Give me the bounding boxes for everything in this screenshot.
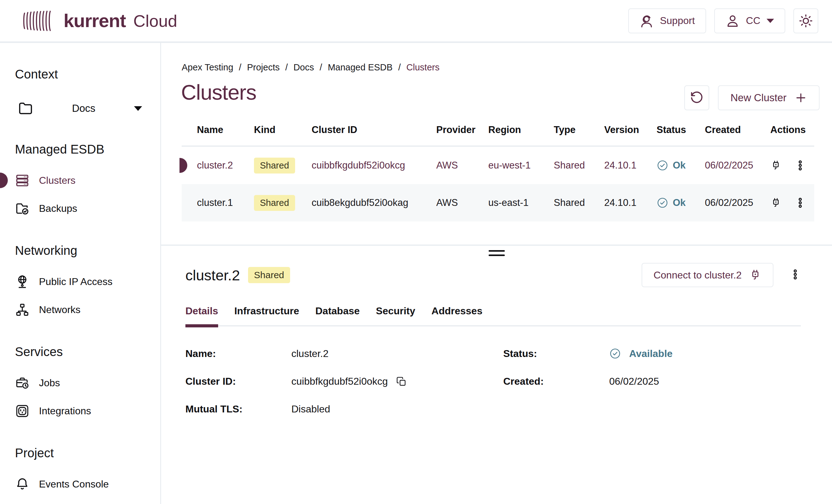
cell-cluster-id: cuibbfkgdubf52i0okcg	[312, 160, 436, 171]
sidebar-item-label: Networks	[39, 304, 80, 316]
detail-kind-badge: Shared	[248, 267, 290, 283]
row-menu-kebab-icon[interactable]	[795, 160, 806, 171]
network-hierarchy-icon	[15, 302, 30, 317]
app-logo[interactable]: kurrentCloud	[17, 10, 177, 32]
check-circle-icon	[656, 197, 669, 209]
new-cluster-button[interactable]: New Cluster	[718, 85, 820, 110]
sun-icon	[798, 14, 813, 28]
tab-security[interactable]: Security	[376, 305, 415, 327]
main-content: Apex Testing / Projects / Docs / Managed…	[161, 43, 832, 504]
theme-toggle-button[interactable]	[794, 8, 818, 33]
sidebar-item-clusters[interactable]: Clusters	[15, 171, 160, 189]
sidebar-item-label: Events Console	[39, 478, 109, 490]
cell-version: 24.10.1	[604, 160, 656, 171]
cell-cluster-id: cuib8ekgdubf52i0okag	[312, 197, 436, 208]
top-bar: kurrentCloud Support CC	[0, 0, 832, 43]
breadcrumb-item[interactable]: Apex Testing	[182, 62, 233, 72]
user-icon	[725, 14, 740, 28]
kind-badge: Shared	[254, 158, 295, 174]
status-text: Ok	[673, 197, 685, 208]
context-selector[interactable]: Docs	[18, 101, 142, 116]
check-circle-icon	[609, 348, 621, 360]
new-cluster-label: New Cluster	[730, 92, 786, 104]
headset-icon	[640, 14, 654, 28]
cell-kind: Shared	[254, 195, 312, 211]
cell-version: 24.10.1	[604, 197, 656, 208]
kind-badge: Shared	[254, 195, 295, 211]
briefcase-clock-icon	[15, 376, 30, 390]
sidebar-item-networks[interactable]: Networks	[15, 300, 160, 319]
detail-title: cluster.2	[185, 267, 240, 284]
cell-provider: AWS	[436, 197, 488, 208]
breadcrumb-separator: /	[239, 62, 241, 72]
sidebar-item-events-console[interactable]: Events Console	[15, 475, 160, 493]
detail-header: cluster.2 Shared Connect to cluster.2	[185, 263, 801, 287]
connect-plug-icon[interactable]	[770, 197, 781, 208]
detail-header-actions: Connect to cluster.2	[642, 263, 801, 287]
clusters-icon	[15, 173, 30, 188]
account-initials: CC	[746, 15, 760, 26]
tab-database[interactable]: Database	[315, 305, 360, 327]
cell-actions	[770, 197, 814, 208]
bell-icon	[15, 477, 30, 492]
col-actions: Actions	[770, 124, 814, 135]
brand-name: kurrent	[63, 10, 126, 31]
cluster-id-text: cuibbfkgdubf52i0okcg	[291, 376, 388, 387]
panel-resize-handle[interactable]	[489, 250, 505, 256]
sidebar-item-label: Integrations	[39, 405, 91, 417]
sidebar-heading-networking: Networking	[15, 244, 160, 258]
breadcrumb-item[interactable]: Projects	[247, 62, 280, 72]
sidebar-heading-services: Services	[15, 345, 160, 359]
breadcrumb: Apex Testing / Projects / Docs / Managed…	[182, 62, 832, 73]
sidebar-item-label: Backups	[39, 203, 77, 214]
row-menu-kebab-icon[interactable]	[795, 197, 806, 208]
table-header-row: Name Kind Cluster ID Provider Region Typ…	[182, 124, 814, 147]
folder-icon	[18, 101, 33, 116]
table-row-cluster-1[interactable]: cluster.1 Shared cuib8ekgdubf52i0okag AW…	[182, 184, 814, 221]
cell-name: cluster.1	[197, 197, 254, 208]
plus-icon	[795, 91, 807, 104]
table-row-cluster-2[interactable]: cluster.2 Shared cuibbfkgdubf52i0okcg AW…	[182, 147, 814, 184]
field-value-name: cluster.2	[291, 348, 503, 360]
field-value-status: Available	[609, 348, 801, 360]
status-available-text: Available	[629, 348, 673, 360]
detail-menu-kebab-icon[interactable]	[789, 269, 801, 281]
col-created: Created	[705, 124, 770, 135]
field-value-cluster-id: cuibbfkgdubf52i0okcg	[291, 376, 503, 387]
cell-type: Shared	[554, 160, 604, 171]
cell-status: Ok	[656, 159, 705, 171]
sidebar-heading-managed-esdb: Managed ESDB	[15, 142, 160, 156]
tab-details[interactable]: Details	[185, 305, 218, 327]
field-value-mutual-tls: Disabled	[291, 403, 503, 415]
connect-plug-icon[interactable]	[770, 160, 781, 171]
context-selector-value: Docs	[33, 103, 134, 114]
clusters-table: Name Kind Cluster ID Provider Region Typ…	[182, 124, 814, 221]
tab-infrastructure[interactable]: Infrastructure	[234, 305, 299, 327]
breadcrumb-item[interactable]: Managed ESDB	[328, 62, 393, 72]
page-actions: New Cluster	[684, 85, 820, 110]
detail-tabs: Details Infrastructure Database Security…	[185, 305, 801, 326]
support-button[interactable]: Support	[628, 8, 706, 33]
detail-fields: Name: cluster.2 Status: Available Cluste…	[185, 348, 801, 415]
sidebar-item-jobs[interactable]: Jobs	[15, 374, 160, 392]
brand-suffix: Cloud	[133, 11, 177, 30]
connect-plug-icon	[749, 269, 761, 281]
cell-region: us-east-1	[488, 197, 554, 208]
cell-created: 06/02/2025	[705, 197, 770, 208]
sidebar-item-backups[interactable]: Backups	[15, 200, 160, 217]
sidebar-heading-project: Project	[15, 446, 160, 460]
connect-label: Connect to cluster.2	[653, 269, 742, 281]
field-label-created: Created:	[503, 376, 609, 387]
sidebar-item-integrations[interactable]: Integrations	[15, 402, 160, 420]
copy-icon[interactable]	[396, 376, 407, 387]
breadcrumb-item[interactable]: Docs	[293, 62, 314, 72]
connect-to-cluster-button[interactable]: Connect to cluster.2	[642, 263, 774, 287]
field-value-created: 06/02/2025	[609, 376, 801, 387]
refresh-button[interactable]	[684, 85, 709, 110]
cell-name: cluster.2	[197, 160, 254, 171]
tab-addresses[interactable]: Addresses	[432, 305, 483, 327]
cell-actions	[770, 160, 814, 171]
sidebar-item-public-ip-access[interactable]: Public IP Access	[15, 272, 160, 291]
kurrent-waves-icon	[17, 10, 58, 32]
account-menu-button[interactable]: CC	[714, 8, 785, 33]
